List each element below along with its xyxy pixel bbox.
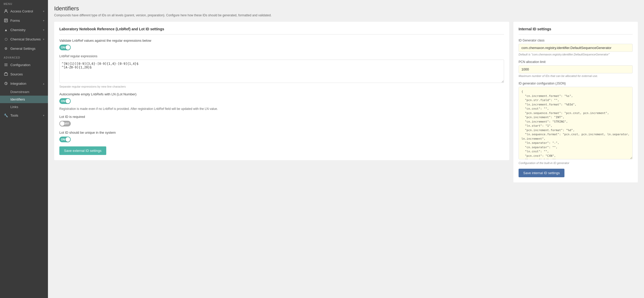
toggle-on-label: ON: [61, 100, 65, 103]
autocomplete-desc: Registration is made even if no LnbRef i…: [59, 107, 504, 111]
id-generator-label: ID Generator class: [519, 39, 633, 42]
chevron-down-icon: ▾: [43, 114, 44, 117]
pcn-limit-section: PCN allocation limit Maximum number of I…: [519, 60, 633, 77]
lot-unique-section: Lot ID should be unique in the system ON: [59, 131, 504, 142]
sidebar-item-label: Chemical Structures: [10, 37, 41, 41]
lot-required-section: Lot ID is required OFF: [59, 115, 504, 126]
toggle-on-label: ON: [61, 138, 65, 141]
chevron-down-icon: ▾: [43, 10, 44, 13]
autocomplete-section: Autocomplete empty LnbRefs with LN (Lot …: [59, 92, 504, 111]
cards-row: Laboratory Notebook Reference (LnbRef) a…: [54, 22, 638, 182]
sidebar-sub-item-identifiers[interactable]: Identifiers: [0, 96, 48, 103]
sidebar-item-chemical-structures[interactable]: ⬡ Chemical Structures ▾: [0, 34, 48, 44]
pcn-limit-help: Maximum number of IDs that can be alloca…: [519, 74, 633, 77]
lot-unique-toggle[interactable]: ON: [59, 137, 71, 142]
configuration-icon: [4, 62, 8, 67]
sidebar-sub-item-downstream[interactable]: Downstream: [0, 88, 48, 96]
right-card-title: Internal ID settings: [519, 27, 633, 34]
chevron-up-icon: ▴: [43, 82, 44, 85]
sidebar-item-access-control[interactable]: Access Control ▾: [0, 6, 48, 16]
regex-hint: Separate regular expressions by new line…: [59, 85, 504, 88]
sidebar-item-forms[interactable]: Forms ▾: [0, 16, 48, 25]
sidebar-item-label: General Settings: [10, 47, 36, 51]
sidebar-item-label: Tools: [10, 113, 18, 117]
main-content: Identifiers Compounds have different typ…: [48, 0, 644, 298]
page-title: Identifiers: [54, 5, 638, 12]
gear-icon: ⚙: [4, 46, 8, 51]
sidebar-item-label: Sources: [10, 72, 23, 76]
validate-label: Validate LnbRef values against the regul…: [59, 39, 504, 42]
id-generator-input[interactable]: [519, 44, 633, 52]
person-icon: [4, 9, 8, 13]
json-config-section: ID generator configuration (JSON) Config…: [519, 82, 633, 165]
forms-icon: [4, 18, 8, 23]
sidebar-item-chemistry[interactable]: ▲ Chemistry ▾: [0, 25, 48, 34]
sources-icon: [4, 72, 8, 76]
id-generator-section: ID Generator class Default is "com.chema…: [519, 39, 633, 56]
svg-point-0: [5, 10, 7, 11]
chevron-down-icon: ▾: [43, 29, 44, 31]
toggle-knob: [66, 99, 70, 103]
regex-label: LnbRef regular expressions: [59, 54, 504, 58]
json-config-label: ID generator configuration (JSON): [519, 82, 633, 85]
right-card: Internal ID settings ID Generator class …: [513, 22, 638, 182]
regex-section: LnbRef regular expressions Separate regu…: [59, 54, 504, 88]
integration-icon: [4, 81, 8, 86]
save-internal-button[interactable]: Save internal ID settings: [519, 169, 564, 177]
save-external-button[interactable]: Save external ID settings: [59, 146, 106, 155]
sidebar-sub-label: Downstream: [10, 90, 29, 94]
sidebar-item-configuration[interactable]: Configuration: [0, 60, 48, 69]
validate-section: Validate LnbRef values against the regul…: [59, 39, 504, 50]
svg-rect-8: [4, 73, 8, 75]
toggle-knob: [66, 45, 70, 50]
sidebar-sub-item-links[interactable]: Links: [0, 103, 48, 111]
pcn-limit-label: PCN allocation limit: [519, 60, 633, 64]
sidebar-item-tools[interactable]: 🔧 Tools ▾: [0, 111, 48, 120]
sidebar-item-general-settings[interactable]: ⚙ General Settings: [0, 44, 48, 53]
validate-toggle[interactable]: ON: [59, 45, 71, 50]
left-card-title: Laboratory Notebook Reference (LnbRef) a…: [59, 27, 504, 34]
validate-toggle-container: ON: [59, 45, 504, 50]
lot-required-label: Lot ID is required: [59, 115, 504, 119]
autocomplete-toggle[interactable]: ON: [59, 98, 71, 104]
tools-icon: 🔧: [4, 113, 8, 118]
autocomplete-label: Autocomplete empty LnbRefs with LN (Lot …: [59, 92, 504, 96]
left-card: Laboratory Notebook Reference (LnbRef) a…: [54, 22, 509, 160]
autocomplete-toggle-container: ON: [59, 98, 504, 104]
sidebar: MENU Access Control ▾ Forms ▾ ▲ Chemistr…: [0, 0, 48, 298]
page-subtitle: Compounds have different type of IDs on …: [54, 13, 638, 17]
sidebar-item-label: Integration: [10, 82, 26, 86]
sidebar-sub-label: Links: [10, 105, 18, 109]
lot-required-toggle[interactable]: OFF: [59, 121, 71, 126]
sidebar-item-label: Configuration: [10, 63, 30, 67]
lot-unique-label: Lot ID should be unique in the system: [59, 131, 504, 134]
sidebar-item-label: Forms: [10, 19, 20, 23]
chevron-down-icon: ▾: [43, 38, 44, 41]
id-generator-help: Default is "com.chemaxon.registry.identi…: [519, 53, 633, 56]
json-config-editor[interactable]: [519, 87, 633, 159]
chevron-down-icon: ▾: [43, 19, 44, 22]
sidebar-item-label: Access Control: [10, 9, 33, 13]
chemistry-icon: ▲: [4, 27, 8, 32]
sidebar-item-sources[interactable]: Sources: [0, 69, 48, 79]
lot-unique-toggle-container: ON: [59, 137, 504, 142]
pcn-limit-input[interactable]: [519, 65, 633, 73]
lot-required-toggle-container: OFF: [59, 121, 504, 126]
regex-textarea[interactable]: [59, 60, 504, 83]
advanced-label: ADVANCED: [0, 53, 48, 60]
chemical-structures-icon: ⬡: [4, 37, 8, 41]
toggle-on-label: ON: [61, 46, 65, 49]
toggle-knob: [60, 121, 65, 126]
menu-label: MENU: [0, 0, 48, 6]
toggle-knob: [66, 137, 70, 142]
sidebar-item-label: Chemistry: [10, 28, 26, 32]
sidebar-item-integration[interactable]: Integration ▴: [0, 79, 48, 88]
json-config-hint: Configuration of the built-in ID generat…: [519, 161, 633, 165]
sidebar-sub-label: Identifiers: [10, 97, 25, 101]
